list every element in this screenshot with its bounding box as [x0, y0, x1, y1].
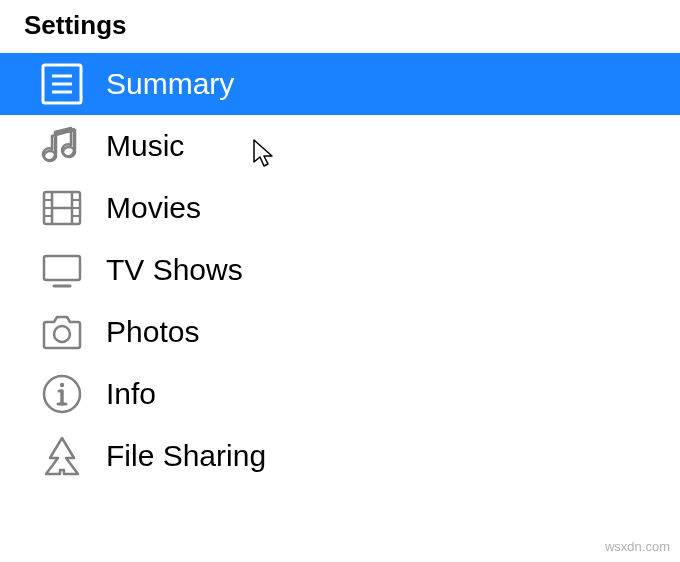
summary-icon [40, 62, 84, 106]
movies-icon [40, 186, 84, 230]
settings-menu: Summary Music [0, 53, 680, 487]
tvshows-icon [40, 248, 84, 292]
filesharing-icon [40, 434, 84, 478]
music-icon [40, 124, 84, 168]
photos-icon [40, 310, 84, 354]
svg-rect-19 [44, 256, 80, 280]
menu-item-label: Movies [106, 191, 201, 225]
menu-item-label: Photos [106, 315, 199, 349]
info-icon [40, 372, 84, 416]
menu-item-label: Info [106, 377, 156, 411]
menu-item-label: Summary [106, 67, 234, 101]
svg-point-23 [60, 383, 64, 387]
menu-item-music[interactable]: Music [0, 115, 680, 177]
settings-sidebar: Settings Summary [0, 0, 680, 487]
menu-item-tvshows[interactable]: TV Shows [0, 239, 680, 301]
menu-item-label: Music [106, 129, 184, 163]
menu-item-photos[interactable]: Photos [0, 301, 680, 363]
menu-item-label: TV Shows [106, 253, 243, 287]
menu-item-movies[interactable]: Movies [0, 177, 680, 239]
menu-item-info[interactable]: Info [0, 363, 680, 425]
watermark: wsxdn.com [605, 539, 670, 554]
menu-item-filesharing[interactable]: File Sharing [0, 425, 680, 487]
menu-item-label: File Sharing [106, 439, 266, 473]
svg-point-21 [54, 326, 70, 342]
menu-item-summary[interactable]: Summary [0, 53, 680, 115]
section-title: Settings [0, 10, 680, 41]
